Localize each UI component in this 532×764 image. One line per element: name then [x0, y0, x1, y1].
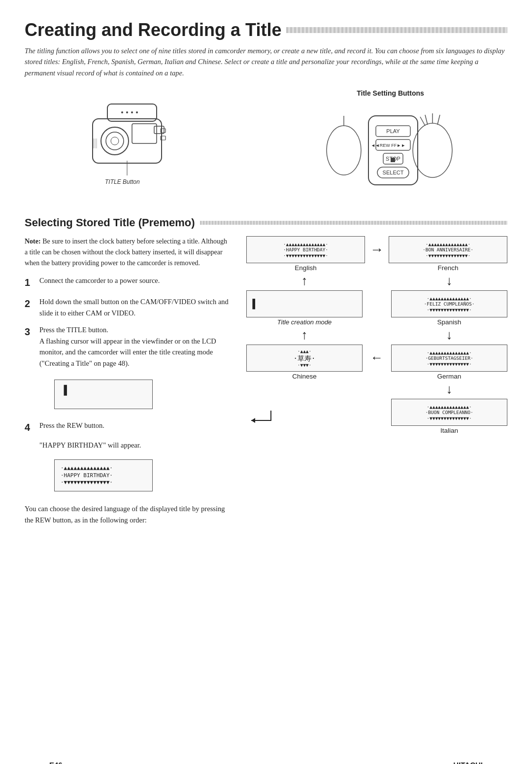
section-header: Selecting Stored Title (Prememo)	[25, 216, 507, 229]
svg-point-8	[126, 111, 128, 113]
camcorder-diagram: TITLE Button	[25, 89, 259, 195]
step-1-num: 1	[25, 275, 35, 290]
french-display: ·▲▲▲▲▲▲▲▲▲▲▲▲▲▲· ·BON ANNIVERSAIRE· ·▼▼▼…	[389, 236, 507, 263]
step-4-num: 4	[25, 420, 35, 435]
svg-point-23	[327, 126, 361, 175]
svg-point-9	[131, 111, 133, 113]
svg-text:SELECT: SELECT	[382, 170, 403, 175]
arrow-up-chinese: ↑	[246, 328, 363, 343]
lcd-happy-birthday: ·▲▲▲▲▲▲▲▲▲▲▲▲▲▲· ·HAPPY BIRTHDAY· ·▼▼▼▼▼…	[54, 459, 153, 491]
english-label: English	[246, 264, 365, 272]
svg-point-10	[136, 111, 138, 113]
page-number: E46	[49, 761, 63, 764]
svg-line-20	[425, 115, 428, 125]
italian-label: Italian	[391, 427, 507, 434]
left-column: Note: Be sure to insert the clock batter…	[25, 236, 232, 525]
section-decoration	[200, 221, 507, 225]
svg-point-18	[413, 123, 452, 177]
german-label: German	[391, 373, 507, 380]
brand: HITACHI	[453, 761, 483, 764]
svg-point-3	[111, 137, 119, 145]
note-label: Note:	[25, 238, 41, 245]
page-title: Creating and Recording a Title	[25, 20, 281, 40]
note-box: Note: Be sure to insert the clock batter…	[25, 236, 232, 268]
section-heading: Selecting Stored Title (Prememo)	[25, 216, 195, 229]
arrow-down-spanish: ↓	[391, 328, 507, 343]
intro-paragraph: The titling function allows you to selec…	[25, 45, 507, 78]
title-buttons-label: Title Setting Buttons	[273, 89, 507, 97]
svg-marker-35	[251, 418, 255, 423]
svg-rect-0	[93, 119, 162, 163]
italian-section: ·▲▲▲▲▲▲▲▲▲▲▲▲▲▲· ·BUON COMPLEANNO· ·▼▼▼▼…	[391, 399, 507, 434]
spanish-label: Spanish	[391, 318, 507, 326]
cycle-corner-svg	[246, 406, 276, 425]
title-decoration	[286, 27, 507, 33]
french-section: ·▲▲▲▲▲▲▲▲▲▲▲▲▲▲· ·BON ANNIVERSAIRE· ·▼▼▼…	[389, 236, 507, 272]
following-order-text: You can choose the desired language of t…	[25, 503, 232, 525]
arrow-left-1: ←	[367, 350, 386, 365]
main-content: Note: Be sure to insert the clock batter…	[25, 236, 507, 525]
svg-point-7	[121, 111, 123, 113]
cursor: ▐	[61, 385, 67, 395]
french-label: French	[389, 264, 507, 272]
right-column: ·▲▲▲▲▲▲▲▲▲▲▲▲▲▲· ·HAPPY BIRTHDAY· ·▼▼▼▼▼…	[246, 236, 507, 525]
chinese-label: Chinese	[246, 373, 363, 380]
svg-rect-32	[391, 158, 395, 162]
diagram-section: TITLE Button Title Setting Buttons	[25, 89, 507, 202]
note-text: Be sure to insert the clock battery befo…	[25, 238, 227, 266]
title-cursor: ▐	[250, 298, 255, 310]
title-creation-display: ▐	[246, 290, 363, 317]
svg-line-22	[420, 117, 425, 126]
title-buttons-diagram: Title Setting Buttons PLAY ◄◄REW FF►►	[273, 89, 507, 202]
title-creation-label: Title creation mode	[246, 318, 363, 326]
step-2: 2 Hold down the small button on the CAM/…	[25, 296, 232, 318]
buttons-svg: PLAY ◄◄REW FF►► STOP SELECT	[319, 101, 462, 200]
step-3-text: Press the TITLE button. A flashing curso…	[39, 324, 232, 369]
step-3: 3 Press the TITLE button. A flashing cur…	[25, 324, 232, 369]
lcd-empty: ▐	[54, 380, 153, 409]
chinese-display: ·▲▲▲· ·草寿· ·▼▼▼·	[246, 345, 363, 372]
chinese-section: ·▲▲▲· ·草寿· ·▼▼▼· Chinese	[246, 345, 363, 380]
step-4: 4 Press the REW button.	[25, 420, 232, 435]
quote-text: "HAPPY BIRTHDAY" will appear.	[39, 441, 232, 450]
arrow-down-french: ↓	[391, 274, 507, 288]
svg-rect-4	[132, 124, 157, 143]
page-title-container: Creating and Recording a Title	[25, 20, 507, 40]
page-footer: E46 HITACHI	[49, 761, 483, 764]
step-4-text: Press the REW button.	[39, 420, 232, 435]
step-2-text: Hold down the small button on the CAM/OF…	[39, 296, 232, 318]
arrow-down-english: ↑	[246, 274, 363, 288]
step-1: 1 Connect the camcorder to a power sourc…	[25, 275, 232, 290]
lcd-line1: ·▲▲▲▲▲▲▲▲▲▲▲▲▲▲· ·HAPPY BIRTHDAY· ·▼▼▼▼▼…	[61, 465, 146, 486]
spanish-section: ·▲▲▲▲▲▲▲▲▲▲▲▲▲▲· ·FELIZ CUMPLEAÑOS· ·▼▼▼…	[391, 290, 507, 326]
step-1-text: Connect the camcorder to a power source.	[39, 275, 232, 290]
arrow-right-1: →	[370, 242, 384, 257]
italian-display: ·▲▲▲▲▲▲▲▲▲▲▲▲▲▲· ·BUON COMPLEANNO· ·▼▼▼▼…	[391, 399, 507, 426]
svg-text:TITLE Button: TITLE Button	[105, 178, 140, 185]
german-section: ·▲▲▲▲▲▲▲▲▲▲▲▲▲▲· ·GEBURTSTAGSEIER· ·▼▼▼▼…	[391, 345, 507, 380]
step-2-num: 2	[25, 296, 35, 318]
english-section: ·▲▲▲▲▲▲▲▲▲▲▲▲▲▲· ·HAPPY BIRTHDAY· ·▼▼▼▼▼…	[246, 236, 365, 272]
title-creation-section: ▐ Title creation mode	[246, 290, 363, 326]
german-display: ·▲▲▲▲▲▲▲▲▲▲▲▲▲▲· ·GEBURTSTAGSEIER· ·▼▼▼▼…	[391, 345, 507, 372]
english-display: ·▲▲▲▲▲▲▲▲▲▲▲▲▲▲· ·HAPPY BIRTHDAY· ·▼▼▼▼▼…	[246, 236, 365, 263]
arrow-down-german: ↓	[391, 382, 507, 397]
svg-point-2	[106, 132, 124, 150]
camcorder-svg: TITLE Button	[78, 89, 206, 193]
spanish-display: ·▲▲▲▲▲▲▲▲▲▲▲▲▲▲· ·FELIZ CUMPLEAÑOS· ·▼▼▼…	[391, 290, 507, 317]
svg-line-21	[437, 115, 440, 125]
svg-point-1	[101, 127, 129, 155]
svg-text:◄◄REW  FF►►: ◄◄REW FF►►	[370, 143, 405, 148]
step-3-num: 3	[25, 324, 35, 369]
svg-text:PLAY: PLAY	[386, 128, 400, 134]
